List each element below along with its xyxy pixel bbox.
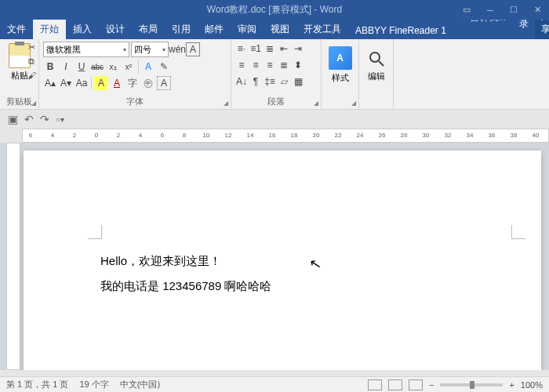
increase-indent-button[interactable]: ⇥	[292, 42, 304, 56]
text-effects-button[interactable]: A	[141, 60, 155, 74]
borders-button[interactable]: ▦	[292, 74, 304, 89]
ruler-tick: 36	[489, 132, 496, 139]
tab-design[interactable]: 设计	[99, 20, 132, 39]
subscript-button[interactable]: x₂	[106, 60, 120, 74]
font-color-button[interactable]: A	[110, 76, 124, 90]
view-print-icon[interactable]	[388, 379, 402, 390]
vertical-ruler[interactable]	[6, 143, 20, 370]
edit-button[interactable]: 编辑	[368, 71, 385, 82]
char-frame-button[interactable]: A	[157, 76, 171, 90]
ruler-tick: 22	[335, 132, 342, 139]
sort-button[interactable]: A↓	[235, 74, 248, 89]
clipboard-launcher-icon[interactable]: ◢	[31, 100, 36, 107]
group-font: 微软雅黑▾ 四号▾ wén A B I U abc x₂ x² A ✎ A▴ A…	[39, 39, 231, 109]
char-shading-button[interactable]: 字	[125, 76, 140, 90]
margin-mark	[511, 225, 525, 239]
redo-icon[interactable]: ↷	[40, 113, 49, 125]
grow-font-button[interactable]: A▴	[43, 76, 57, 90]
text-line[interactable]: 我的电话是 123456789 啊哈哈哈	[100, 274, 271, 299]
undo-icon[interactable]: ↶	[24, 113, 34, 125]
tab-home[interactable]: 开始	[33, 20, 66, 39]
qat-more-icon[interactable]: ○▾	[56, 115, 64, 124]
minimize-icon[interactable]: ─	[478, 0, 502, 20]
strike-button[interactable]: abc	[90, 60, 104, 74]
ruler-tick: 4	[139, 132, 142, 139]
ribbon-tabs: 文件 开始 插入 设计 布局 引用 邮件 审阅 视图 开发工具 ABBYY Fi…	[0, 20, 549, 39]
tab-insert[interactable]: 插入	[66, 20, 99, 39]
quick-access-toolbar: ▣ ↶ ↷ ○▾	[0, 110, 549, 129]
justify-button[interactable]: ≣	[278, 58, 290, 72]
font-launcher-icon[interactable]: ◢	[224, 100, 228, 107]
change-case-button[interactable]: Aa	[75, 76, 89, 90]
tab-view[interactable]: 视图	[264, 20, 296, 39]
page[interactable]: Hello，欢迎来到这里！ 我的电话是 123456789 啊哈哈哈 ↖	[24, 151, 541, 370]
underline-button[interactable]: U	[75, 60, 89, 74]
format-painter-icon[interactable]: 🖌	[26, 71, 37, 82]
ribbon-options-icon[interactable]: ▭	[455, 0, 478, 20]
group-paragraph: ≡· ≡1 ≣ ⇤ ⇥ ≡ ≡ ≡ ≣ ⬍ A↓ ¶ ‡≡ ▱ ▦ 段落 ◢	[231, 39, 322, 109]
align-center-button[interactable]: ≡	[249, 58, 262, 72]
zoom-in-icon[interactable]: +	[509, 380, 514, 390]
font-name-combo[interactable]: 微软雅黑▾	[43, 42, 129, 57]
tab-developer[interactable]: 开发工具	[296, 20, 348, 39]
copy-icon[interactable]: ⧉	[26, 56, 37, 67]
styles-button[interactable]: 样式	[332, 72, 349, 84]
ruler-tick: 16	[269, 132, 276, 139]
maximize-icon[interactable]: ☐	[502, 0, 525, 20]
document-text[interactable]: Hello，欢迎来到这里！ 我的电话是 123456789 啊哈哈哈	[100, 249, 271, 298]
para-launcher-icon[interactable]: ◢	[314, 100, 318, 107]
shrink-font-button[interactable]: A▾	[59, 76, 73, 90]
group-clipboard: 粘贴 ✂ ⧉ 🖌 剪贴板 ◢	[0, 39, 39, 109]
save-icon[interactable]: ▣	[8, 113, 18, 125]
clear-format-button[interactable]: ✎	[157, 60, 171, 74]
superscript-button[interactable]: x²	[122, 60, 136, 74]
title-bar: Word教程.doc [兼容模式] - Word ▭ ─ ☐ ✕	[0, 0, 549, 20]
tab-file[interactable]: 文件	[0, 20, 33, 39]
align-right-button[interactable]: ≡	[264, 58, 276, 72]
tab-references[interactable]: 引用	[165, 20, 198, 39]
tab-mailings[interactable]: 邮件	[198, 20, 231, 39]
bullets-button[interactable]: ≡·	[235, 42, 248, 56]
ruler-tick: 2	[117, 132, 120, 139]
styles-launcher-icon[interactable]: ◢	[351, 100, 356, 107]
status-words[interactable]: 19 个字	[79, 379, 108, 390]
shading-button[interactable]: ▱	[278, 74, 290, 89]
zoom-level[interactable]: 100%	[521, 380, 543, 390]
ruler-tick: 38	[511, 132, 518, 139]
status-lang[interactable]: 中文(中国)	[120, 379, 160, 390]
close-icon[interactable]: ✕	[525, 0, 549, 20]
align-left-button[interactable]: ≡	[235, 58, 248, 72]
highlight-button[interactable]: A	[94, 76, 108, 90]
ruler-tick: 26	[379, 132, 386, 139]
ruler-tick: 4	[51, 132, 54, 139]
phonetic-guide-button[interactable]: wén	[170, 42, 184, 56]
horizontal-ruler[interactable]: 6420246810121416182022242628303234363840	[22, 129, 549, 143]
ruler-tick: 18	[291, 132, 298, 139]
text-line[interactable]: Hello，欢迎来到这里！	[100, 249, 271, 274]
bold-button[interactable]: B	[43, 60, 57, 74]
view-read-icon[interactable]	[368, 379, 382, 390]
multilevel-button[interactable]: ≣	[264, 42, 276, 56]
find-icon[interactable]	[367, 49, 386, 68]
line-spacing-button[interactable]: ‡≡	[264, 74, 276, 89]
tab-layout[interactable]: 布局	[132, 20, 165, 39]
font-size-combo[interactable]: 四号▾	[131, 42, 169, 57]
status-page[interactable]: 第 1 页，共 1 页	[6, 379, 68, 390]
showmarks-button[interactable]: ¶	[249, 74, 262, 89]
styles-icon[interactable]: A	[329, 46, 352, 70]
tab-review[interactable]: 审阅	[231, 20, 264, 39]
view-web-icon[interactable]	[409, 379, 423, 390]
enclose-char-button[interactable]: ㊥	[141, 76, 155, 90]
numbering-button[interactable]: ≡1	[249, 42, 262, 56]
cut-icon[interactable]: ✂	[26, 42, 37, 53]
decrease-indent-button[interactable]: ⇤	[278, 42, 290, 56]
char-border-button[interactable]: A	[186, 42, 200, 56]
svg-point-0	[370, 53, 380, 62]
distribute-button[interactable]: ⬍	[292, 58, 304, 72]
ruler-tick: 0	[95, 132, 98, 139]
zoom-slider[interactable]	[440, 383, 503, 387]
ruler-tick: 40	[533, 132, 540, 139]
italic-button[interactable]: I	[59, 60, 73, 74]
tab-abbyy[interactable]: ABBYY FineReader 1	[348, 22, 453, 39]
zoom-out-icon[interactable]: −	[429, 380, 434, 390]
